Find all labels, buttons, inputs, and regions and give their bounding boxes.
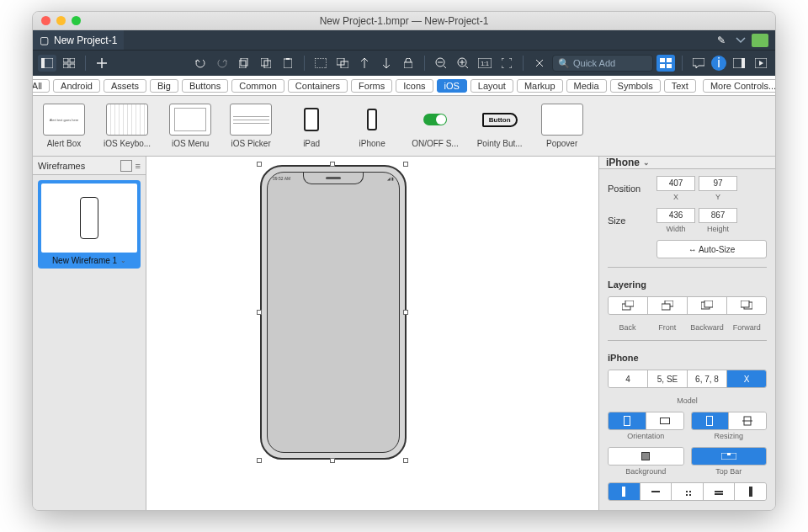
list-view-icon[interactable]: ≡	[136, 161, 141, 171]
category-media[interactable]: Media	[566, 79, 607, 93]
category-icons[interactable]: Icons	[396, 79, 433, 93]
zoom-in-button[interactable]	[454, 55, 472, 72]
popover-thumb	[541, 104, 583, 136]
fullscreen-present-button[interactable]	[752, 55, 770, 72]
project-tab[interactable]: ▢ New Project-1	[33, 30, 124, 50]
category-markup[interactable]: Markup	[517, 79, 563, 93]
bring-forward-button[interactable]	[727, 297, 766, 314]
category-containers[interactable]: Containers	[288, 79, 348, 93]
resize-handle-tl[interactable]	[257, 162, 262, 167]
resizing-option-2[interactable]	[729, 412, 766, 429]
resize-handle-br[interactable]	[403, 458, 408, 463]
send-backward-button[interactable]	[377, 55, 396, 72]
zoom-window-button[interactable]	[72, 16, 81, 25]
zoom-fit-button[interactable]	[497, 55, 516, 72]
category-ios[interactable]: iOS	[437, 79, 467, 93]
more-controls-button[interactable]: More Controls...	[703, 79, 776, 93]
resizing-option-1[interactable]	[692, 412, 730, 429]
iphone-notch	[303, 173, 364, 184]
orientation-landscape[interactable]	[646, 412, 683, 429]
undo-button[interactable]	[191, 55, 210, 72]
pattern-option-3[interactable]	[672, 483, 704, 500]
category-text[interactable]: Text	[664, 79, 696, 93]
ungroup-button[interactable]	[333, 55, 352, 72]
redo-button[interactable]	[213, 55, 231, 72]
send-backward-button[interactable]	[688, 297, 727, 314]
chevron-down-icon[interactable]	[735, 36, 747, 45]
info-button[interactable]: i	[711, 56, 726, 71]
close-window-button[interactable]	[41, 16, 50, 25]
gallery-item-ipad[interactable]: iPad	[290, 104, 332, 148]
resize-handle-ml[interactable]	[257, 310, 262, 315]
sidebar-toggle-button[interactable]	[38, 55, 56, 72]
user-avatar[interactable]	[752, 34, 768, 47]
chevron-down-icon[interactable]: ⌄	[120, 257, 126, 264]
topbar-option[interactable]	[692, 448, 767, 465]
model-option-6-7-8[interactable]: 6, 7, 8	[688, 370, 727, 387]
category-symbols[interactable]: Symbols	[610, 79, 661, 93]
resize-handle-tr[interactable]	[403, 162, 408, 167]
category-big[interactable]: Big	[150, 79, 178, 93]
inspector-header[interactable]: iPhone ⌄	[599, 157, 775, 169]
eyedropper-icon[interactable]: ✎	[713, 34, 730, 47]
position-y-input[interactable]: 97	[699, 176, 737, 191]
inspector-toggle-button[interactable]	[730, 55, 748, 72]
gallery-item-popover[interactable]: Popover	[541, 104, 583, 148]
send-to-back-button[interactable]	[609, 297, 648, 314]
comments-button[interactable]	[689, 55, 708, 72]
category-buttons[interactable]: Buttons	[182, 79, 228, 93]
gallery-item-menu[interactable]: iOS Menu	[169, 104, 211, 148]
pattern-option-2[interactable]	[641, 483, 672, 500]
position-x-input[interactable]: 407	[656, 176, 695, 191]
zoom-actual-button[interactable]: 1:1	[476, 55, 494, 72]
resize-handle-tc[interactable]	[330, 162, 335, 167]
gallery-item-picker[interactable]: iOS Picker	[230, 104, 272, 148]
zoom-out-button[interactable]	[432, 55, 450, 72]
bring-forward-button[interactable]	[355, 55, 374, 72]
wireframe-item[interactable]: New Wireframe 1 ⌄	[38, 180, 141, 269]
lock-button[interactable]	[399, 55, 417, 72]
resize-handle-mr[interactable]	[403, 310, 408, 315]
bring-to-front-button[interactable]	[648, 297, 688, 314]
orientation-portrait[interactable]	[609, 412, 646, 429]
group-button[interactable]	[311, 55, 330, 72]
add-button[interactable]	[93, 55, 111, 72]
gallery-item-toggle[interactable]: ON/OFF S...	[412, 104, 459, 148]
pattern-option-5[interactable]	[735, 483, 766, 500]
auto-size-button[interactable]: ↔ Auto-Size	[656, 240, 767, 258]
model-option-5-SE[interactable]: 5, SE	[648, 370, 688, 387]
canvas[interactable]: 09:52 AM ◢ ▮	[146, 157, 598, 510]
size-height-input[interactable]: 867	[699, 208, 737, 223]
category-forms[interactable]: Forms	[351, 79, 392, 93]
pattern-option-1[interactable]	[609, 483, 641, 500]
paste-button[interactable]	[279, 55, 297, 72]
size-width-input[interactable]: 436	[656, 208, 695, 223]
copy-button[interactable]	[235, 55, 253, 72]
background-option[interactable]	[609, 448, 683, 465]
svg-rect-10	[284, 59, 292, 68]
resize-handle-bl[interactable]	[257, 458, 262, 463]
resize-handle-bc[interactable]	[330, 458, 335, 463]
category-assets[interactable]: Assets	[104, 79, 146, 93]
model-option-4[interactable]: 4	[609, 370, 648, 387]
category-all[interactable]: All	[32, 79, 50, 93]
category-common[interactable]: Common	[231, 79, 284, 93]
category-android[interactable]: Android	[53, 79, 100, 93]
svg-rect-1	[41, 58, 45, 68]
category-layout[interactable]: Layout	[470, 79, 513, 93]
gallery-item-pointy[interactable]: ButtonPointy But...	[477, 104, 523, 148]
duplicate-button[interactable]	[257, 55, 275, 72]
quick-add-search[interactable]: 🔍 Quick Add	[552, 55, 653, 72]
grid-view-button[interactable]	[60, 55, 78, 72]
gallery-item-iphone[interactable]: iPhone	[351, 104, 393, 148]
markup-toggle-button[interactable]	[530, 55, 549, 72]
gallery-item-alert[interactable]: Alert text goes hereAlert Box	[43, 104, 85, 148]
model-option-X[interactable]: X	[727, 370, 766, 387]
ui-library-toggle[interactable]	[656, 55, 675, 72]
minimize-window-button[interactable]	[56, 16, 66, 25]
iphone-mockup[interactable]: 09:52 AM ◢ ▮	[260, 165, 407, 460]
thumbnail-view-icon[interactable]	[120, 160, 132, 172]
gallery-item-keyboard[interactable]: iOS Keybo...	[104, 104, 151, 148]
alert-thumb: Alert text goes here	[43, 104, 85, 136]
pattern-option-4[interactable]	[704, 483, 736, 500]
